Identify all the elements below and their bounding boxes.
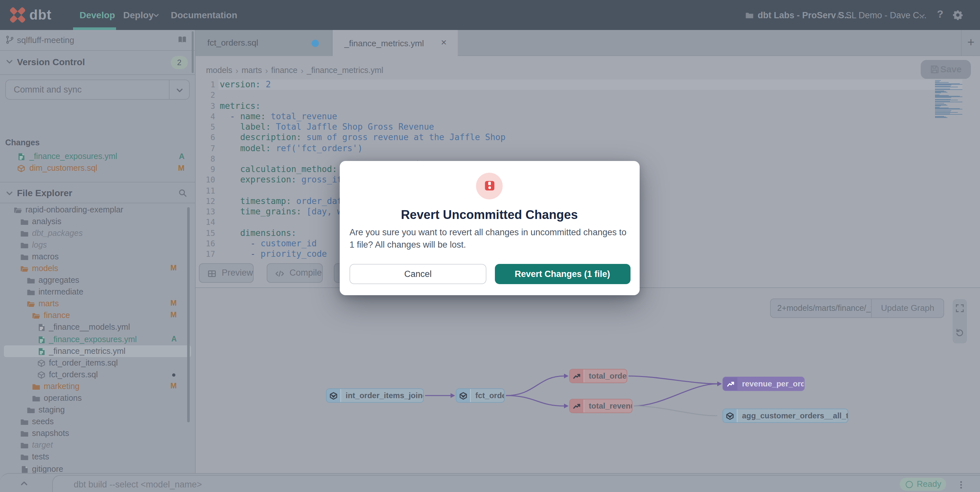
file-tree-item-models[interactable]: modelsM — [0, 263, 195, 275]
status-badge: Ready — [900, 478, 946, 491]
preview-button[interactable]: Preview — [199, 263, 254, 283]
file-tree-item-intermediate[interactable]: intermediate — [0, 286, 195, 298]
file-tree-item-dbt_packages[interactable]: dbt_packages — [0, 227, 195, 239]
command-input[interactable] — [74, 478, 660, 491]
file-tree-item-analysis[interactable]: analysis — [0, 216, 195, 227]
new-tab-button[interactable]: + — [961, 30, 980, 56]
graph-selector-input[interactable]: 2+models/marts/finance/_fir — [770, 298, 872, 318]
line-number: 14 — [196, 217, 215, 228]
unsaved-dot-icon — [312, 40, 319, 47]
lineage-node-revenue_per_order[interactable]: revenue_per_order — [722, 377, 805, 391]
kebab-menu-icon[interactable] — [956, 479, 966, 490]
node-label: total_orders — [584, 371, 627, 381]
file-tree-item-finance[interactable]: financeM — [0, 310, 195, 322]
reset-view-icon[interactable] — [955, 328, 964, 337]
help-icon[interactable]: ? — [937, 8, 943, 20]
minimap-line — [935, 117, 947, 118]
commit-and-sync-button[interactable]: Commit and sync — [5, 79, 190, 100]
nav-item-deploy[interactable]: Deploy — [123, 0, 154, 30]
lineage-node-total_revenue[interactable]: total_revenue — [569, 399, 632, 413]
lineage-node-fct_orders[interactable]: fct_orders — [456, 388, 505, 403]
breadcrumb-item[interactable]: marts — [242, 66, 262, 75]
node-label: int_order_items_joined — [341, 391, 424, 400]
tab-label: fct_orders.sql — [207, 38, 258, 48]
fullscreen-icon[interactable] — [955, 304, 964, 313]
nav-item-develop[interactable]: Develop — [80, 0, 115, 30]
git-status-badge: A — [171, 335, 177, 343]
code-line: 6 description: sum of gross revenue at t… — [196, 133, 980, 143]
file-tree-item-_finance_exposures.yml[interactable]: _finance_exposures.ymlA — [0, 334, 195, 345]
cancel-button[interactable]: Cancel — [350, 263, 487, 284]
sidebar-scrollbar[interactable] — [192, 31, 194, 73]
file-tree-item-seeds[interactable]: seeds — [0, 416, 195, 428]
chevron-up-icon[interactable] — [19, 479, 29, 488]
folder-open-icon — [14, 206, 22, 214]
file-name: fct_orders.sql — [49, 370, 98, 379]
save-button[interactable]: Save — [921, 60, 971, 79]
file-name: fct_order_items.sql — [49, 358, 118, 367]
file-tree-item-_finance_metrics.yml[interactable]: _finance_metrics.yml — [4, 345, 191, 357]
lineage-node-int_order_items_joined[interactable]: int_order_items_joined — [326, 388, 424, 403]
status-label: Ready — [917, 479, 941, 489]
close-icon[interactable]: × — [441, 37, 447, 48]
folder-icon — [20, 217, 29, 226]
lineage-node-total_orders[interactable]: total_orders — [569, 369, 627, 383]
tab-finance-metrics[interactable]: _finance_metrics.yml × — [332, 30, 458, 57]
model-cube-icon — [723, 409, 737, 423]
git-status-badge: M — [170, 382, 177, 390]
modal-alert-icon-circle — [476, 172, 503, 199]
file-tree-scrollbar[interactable] — [187, 207, 189, 422]
file-name: _finance_exposures.yml — [49, 335, 137, 344]
file-tree-item-macros[interactable]: macros — [0, 251, 195, 263]
changed-file-row[interactable]: _finance_exposures.yml A — [0, 152, 195, 163]
file-tree-item-fct_order_items.sql[interactable]: fct_order_items.sql — [0, 357, 195, 369]
metric-chart-icon — [723, 377, 737, 391]
file-tree-item-marts[interactable]: martsM — [0, 298, 195, 310]
file-name: rapid-onboarding-exemplar — [25, 205, 123, 214]
environment-chevron-down-icon[interactable] — [918, 12, 926, 19]
lineage-node-agg_customer_orders__all_time[interactable]: agg_customer_orders__all_time — [722, 409, 848, 423]
nav-item-documentation[interactable]: Documentation — [171, 0, 237, 30]
dbt-logo-icon[interactable] — [9, 6, 26, 24]
docs-book-icon[interactable] — [177, 35, 187, 44]
changed-file-name: dim_customers.sql — [29, 163, 97, 173]
file-tree-item-_finance__models.yml[interactable]: _finance__models.yml — [0, 322, 195, 334]
revert-changes-button[interactable]: Revert Changes (1 file) — [495, 263, 630, 284]
changed-file-row[interactable]: dim_customers.sql M — [0, 163, 195, 175]
gear-icon[interactable] — [953, 10, 963, 20]
editor-minimap[interactable] — [935, 80, 964, 118]
file-name: models — [32, 264, 58, 273]
line-number: 4 — [196, 111, 215, 122]
file-tree-item-gitignore[interactable]: gitignore — [0, 463, 195, 473]
file-name: analysis — [32, 217, 61, 226]
tab-fct-orders[interactable]: fct_orders.sql — [196, 30, 332, 56]
minimap-line — [935, 106, 941, 106]
file-tree-item-tests[interactable]: tests — [0, 452, 195, 463]
file-tree-item-aggregates[interactable]: aggregates — [0, 275, 195, 286]
file-name: staging — [38, 405, 65, 414]
version-control-title: Version Control — [17, 56, 85, 67]
breadcrumb-item[interactable]: models — [206, 66, 232, 75]
breadcrumb-item[interactable]: _finance_metrics.yml — [307, 66, 383, 75]
status-ring-icon — [906, 481, 913, 488]
file-tree-item-snapshots[interactable]: snapshots — [0, 428, 195, 440]
update-graph-button[interactable]: Update Graph — [872, 298, 944, 318]
commit-options-chevron-down-icon[interactable] — [175, 86, 184, 95]
compile-button[interactable]: Compile — [267, 263, 323, 283]
file-tree-item-rapid-onboarding-exemplar[interactable]: rapid-onboarding-exemplar — [0, 204, 195, 216]
file-tree-item-fct_orders.sql[interactable]: fct_orders.sql — [0, 369, 195, 381]
file-tree-item-staging[interactable]: staging — [0, 404, 195, 416]
git-branch-icon — [5, 35, 14, 44]
file-tree-item-target[interactable]: target — [0, 440, 195, 452]
search-icon[interactable] — [178, 188, 187, 197]
git-status-badge-added: A — [179, 152, 185, 161]
file-tree-item-marketing[interactable]: marketingM — [0, 381, 195, 393]
breadcrumb-item[interactable]: finance — [271, 66, 298, 75]
code-line: 1version: 2 — [196, 79, 980, 90]
line-number: 8 — [196, 154, 215, 165]
file-tree-item-logs[interactable]: logs — [0, 240, 195, 251]
file-explorer-header[interactable]: File Explorer — [0, 182, 195, 203]
version-control-header[interactable]: Version Control 2 — [0, 51, 195, 75]
file-tree-item-operations[interactable]: operations — [0, 393, 195, 404]
environment-name[interactable]: SL Demo - Dave C... — [846, 10, 926, 20]
